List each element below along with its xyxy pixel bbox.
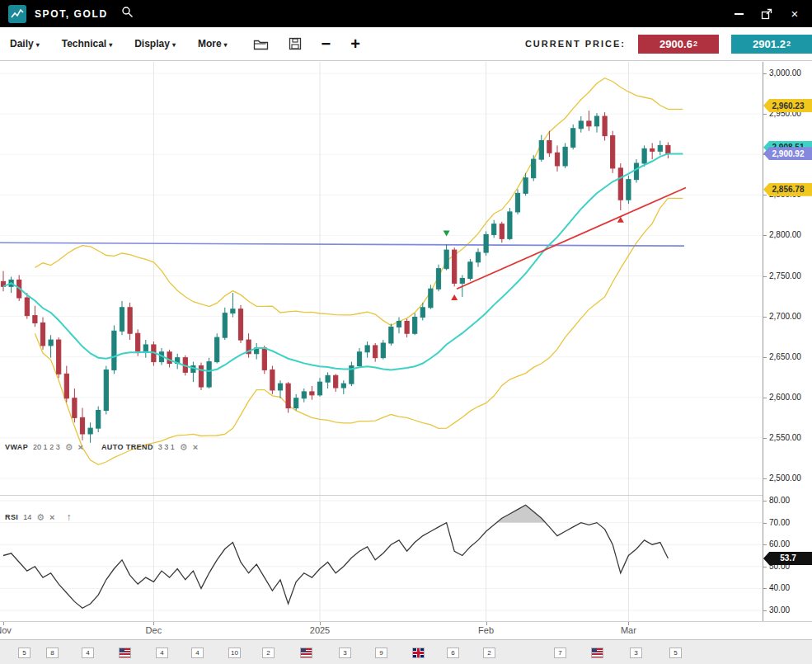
price-axis-label: 2,700.00 xyxy=(769,312,801,322)
calendar-flag-marker[interactable] xyxy=(591,648,603,658)
calendar-event-marker[interactable]: 2 xyxy=(483,648,495,658)
rsi-axis-label: 30.00 xyxy=(769,605,790,615)
menu-bar: Daily▾Technical▾Display▾More▾ xyxy=(10,38,250,49)
calendar-event-marker[interactable]: 4 xyxy=(191,648,204,658)
price-axis-label: 2,500.00 xyxy=(769,473,801,483)
candles-layer xyxy=(1,111,670,443)
bid-price-value: 2900.6 xyxy=(659,38,692,50)
current-price-label: CURRENT PRICE: xyxy=(525,39,626,49)
calendar-event-marker[interactable]: 5 xyxy=(18,648,31,658)
bollinger-band-layer xyxy=(35,78,683,465)
us-flag-icon xyxy=(120,648,130,657)
calendar-event-marker[interactable]: 7 xyxy=(554,648,566,658)
price-axis-label: 2,550.00 xyxy=(769,433,801,443)
vwap-params: 20 1 2 3 xyxy=(33,443,60,451)
ask-price-badge: 2901.22 xyxy=(731,35,812,54)
calendar-event-marker[interactable]: 8 xyxy=(46,648,59,658)
price-tag-badge: 2,960.23 xyxy=(763,99,812,112)
tool-icons: − + xyxy=(253,35,360,52)
calendar-event-marker[interactable]: 2 xyxy=(262,648,275,658)
ask-price-value: 2901.2 xyxy=(753,38,786,50)
rsi-line xyxy=(3,505,668,608)
calendar-event-strip: 584441023962735 xyxy=(0,639,812,664)
us-flag-icon xyxy=(301,648,312,657)
rsi-axis-label: 70.00 xyxy=(769,518,790,528)
app-logo-icon xyxy=(8,5,26,23)
calendar-event-marker[interactable]: 3 xyxy=(339,648,351,658)
trading-app-window: SPOT, GOLD × Daily▾Technical▾Display▾Mor… xyxy=(0,0,812,664)
symbol-title: SPOT, GOLD xyxy=(35,8,108,20)
minimize-button[interactable] xyxy=(733,8,744,20)
rsi-legend: RSI 14 ⚙ × ↑ xyxy=(5,511,72,523)
moving-average-line xyxy=(3,153,683,371)
close-button[interactable]: × xyxy=(789,8,800,20)
calendar-event-marker[interactable]: 5 xyxy=(669,648,682,658)
main-price-chart[interactable] xyxy=(0,62,763,495)
time-axis-label: Mar xyxy=(621,625,636,635)
auto-trend-line xyxy=(457,187,686,289)
price-axis-label: 2,800.00 xyxy=(769,230,801,240)
rsi-value-badge: 53.7 xyxy=(763,552,812,565)
chart-area: VWAP 20 1 2 3 ⚙ × AUTO TREND 3 3 1 ⚙ × R… xyxy=(0,62,812,664)
calendar-event-marker[interactable]: 4 xyxy=(82,648,94,658)
window-controls: × xyxy=(733,8,804,20)
rsi-remove-icon[interactable]: × xyxy=(49,513,54,521)
rsi-axis-label: 40.00 xyxy=(769,583,790,593)
autotrend-remove-icon[interactable]: × xyxy=(193,443,198,451)
calendar-flag-marker[interactable] xyxy=(412,648,425,658)
calendar-event-marker[interactable]: 9 xyxy=(375,648,387,658)
zoom-out-button[interactable]: − xyxy=(322,35,331,52)
time-axis-label: 2025 xyxy=(310,625,330,635)
calendar-event-marker[interactable]: 3 xyxy=(630,648,642,658)
search-icon[interactable] xyxy=(121,6,134,21)
titlebar: SPOT, GOLD × xyxy=(0,0,812,27)
zoom-in-button[interactable]: + xyxy=(350,35,360,52)
vwap-line xyxy=(0,243,684,246)
grid-layer xyxy=(0,62,763,495)
menu-daily[interactable]: Daily▾ xyxy=(10,38,40,49)
vwap-label: VWAP xyxy=(5,443,28,451)
restore-button[interactable] xyxy=(761,8,772,20)
price-axis-label: 3,000.00 xyxy=(769,68,801,78)
price-axis-label: 2,750.00 xyxy=(769,271,801,281)
menu-display[interactable]: Display▾ xyxy=(134,38,176,49)
bid-price-badge: 2900.62 xyxy=(638,35,719,54)
price-tag-badge: 2,900.92 xyxy=(763,147,812,160)
us-flag-icon xyxy=(592,648,603,657)
rsi-chart[interactable] xyxy=(0,496,763,621)
menu-technical[interactable]: Technical▾ xyxy=(62,38,112,49)
price-axis[interactable]: ▼ 3,000.002,950.002,900.002,850.002,800.… xyxy=(763,62,812,621)
price-axis-label: 2,600.00 xyxy=(769,393,801,403)
toolbar: Daily▾Technical▾Display▾More▾ − + CURREN… xyxy=(0,27,812,61)
autotrend-label: AUTO TREND xyxy=(101,443,153,451)
rsi-axis-label: 80.00 xyxy=(769,496,790,506)
calendar-event-marker[interactable]: 4 xyxy=(156,648,168,658)
rsi-axis-label: 60.00 xyxy=(769,539,790,549)
price-axis-label: 2,650.00 xyxy=(769,352,801,362)
calendar-event-marker[interactable]: 10 xyxy=(228,648,241,658)
menu-more[interactable]: More▾ xyxy=(198,38,228,49)
time-axis-label: Dec xyxy=(146,625,162,635)
price-tag-badge: 2,856.78 xyxy=(763,183,812,196)
open-folder-icon[interactable] xyxy=(253,38,269,50)
time-axis-label: Feb xyxy=(478,625,494,635)
signal-markers-layer xyxy=(444,217,624,300)
autotrend-settings-icon[interactable]: ⚙ xyxy=(180,443,188,451)
rsi-expand-icon[interactable]: ↑ xyxy=(67,511,72,523)
rsi-label: RSI xyxy=(5,513,18,521)
vwap-settings-icon[interactable]: ⚙ xyxy=(65,443,73,451)
bid-price-sup: 2 xyxy=(693,40,697,48)
calendar-flag-marker[interactable] xyxy=(119,648,131,658)
autotrend-params: 3 3 1 xyxy=(158,443,175,451)
calendar-flag-marker[interactable] xyxy=(300,648,312,658)
rsi-settings-icon[interactable]: ⚙ xyxy=(36,513,45,521)
overlay-legend: VWAP 20 1 2 3 ⚙ × AUTO TREND 3 3 1 ⚙ × xyxy=(5,443,198,451)
calendar-event-marker[interactable]: 6 xyxy=(447,648,459,658)
time-axis[interactable]: NovDec2025FebMar xyxy=(0,622,763,639)
save-icon[interactable] xyxy=(289,37,302,50)
vwap-remove-icon[interactable]: × xyxy=(78,443,83,451)
uk-flag-icon xyxy=(413,648,424,657)
time-axis-label: Nov xyxy=(0,625,12,635)
rsi-params: 14 xyxy=(23,513,31,521)
ask-price-sup: 2 xyxy=(786,40,791,48)
